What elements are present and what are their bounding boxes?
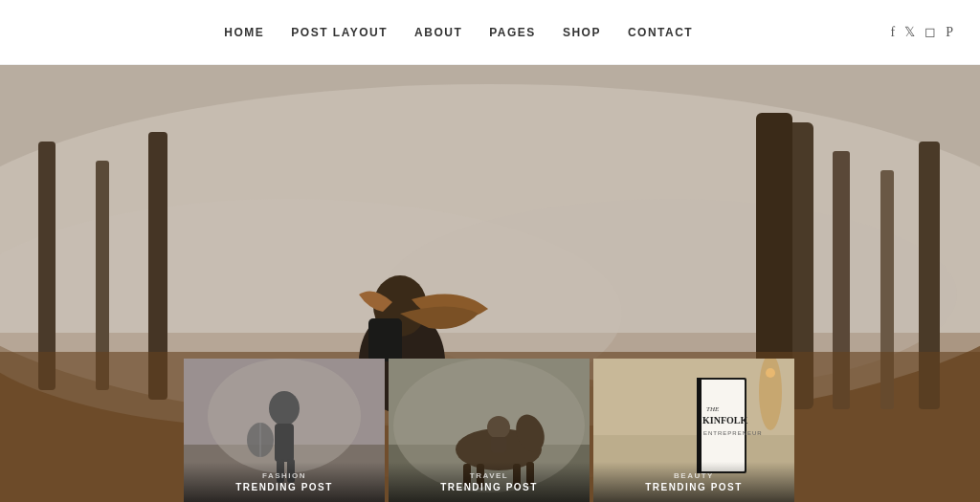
facebook-icon[interactable]: f <box>891 25 896 40</box>
cards-row: FASHION TRENDING POST TRAVEL <box>184 359 796 502</box>
card-category-travel: TRAVEL <box>396 471 582 480</box>
card-category-beauty: BEAUTY <box>601 471 787 480</box>
card-category-fashion: FASHION <box>191 471 377 480</box>
nav-item-contact[interactable]: CONTACT <box>628 26 693 39</box>
nav-item-home[interactable]: HOME <box>224 26 264 39</box>
svg-point-38 <box>487 416 510 439</box>
svg-rect-43 <box>701 380 745 471</box>
social-icons: f𝕏◻P <box>891 24 953 40</box>
header: HOMEPOST LAYOUTABOUTPAGESSHOPCONTACT f𝕏◻… <box>0 0 980 65</box>
nav: HOMEPOST LAYOUTABOUTPAGESSHOPCONTACT <box>224 26 693 39</box>
card-overlay-travel: TRAVEL TRENDING POST <box>389 462 590 502</box>
card-title-travel: TRENDING POST <box>396 482 582 492</box>
card-overlay-fashion: FASHION TRENDING POST <box>184 462 385 502</box>
svg-rect-24 <box>275 424 294 462</box>
svg-text:ENTREPRENEUR: ENTREPRENEUR <box>703 430 763 436</box>
svg-text:KINFOLK: KINFOLK <box>702 415 747 426</box>
card-title-fashion: TRENDING POST <box>191 482 377 492</box>
nav-item-shop[interactable]: SHOP <box>563 26 601 39</box>
svg-rect-44 <box>697 378 702 473</box>
svg-rect-39 <box>491 437 506 452</box>
card-overlay-beauty: BEAUTY TRENDING POST <box>593 462 794 502</box>
nav-item-pages[interactable]: PAGES <box>489 26 536 39</box>
hero-background: FASHION TRENDING POST TRAVEL <box>0 65 980 502</box>
pinterest-icon[interactable]: P <box>946 25 953 40</box>
svg-rect-17 <box>368 318 402 361</box>
card-fashion[interactable]: FASHION TRENDING POST <box>184 359 385 502</box>
instagram-icon[interactable]: ◻ <box>924 24 936 40</box>
twitter-icon[interactable]: 𝕏 <box>904 24 915 40</box>
card-travel[interactable]: TRAVEL TRENDING POST <box>389 359 590 502</box>
card-beauty[interactable]: THE KINFOLK ENTREPRENEUR BEAUTY TRENDING… <box>593 359 794 502</box>
hero-section: FASHION TRENDING POST TRAVEL <box>0 65 980 502</box>
svg-point-49 <box>766 368 775 378</box>
svg-text:THE: THE <box>706 405 720 413</box>
nav-item-about[interactable]: ABOUT <box>414 26 462 39</box>
svg-point-23 <box>269 391 300 426</box>
nav-item-post-layout[interactable]: POST LAYOUT <box>291 26 388 39</box>
card-title-beauty: TRENDING POST <box>601 482 787 492</box>
